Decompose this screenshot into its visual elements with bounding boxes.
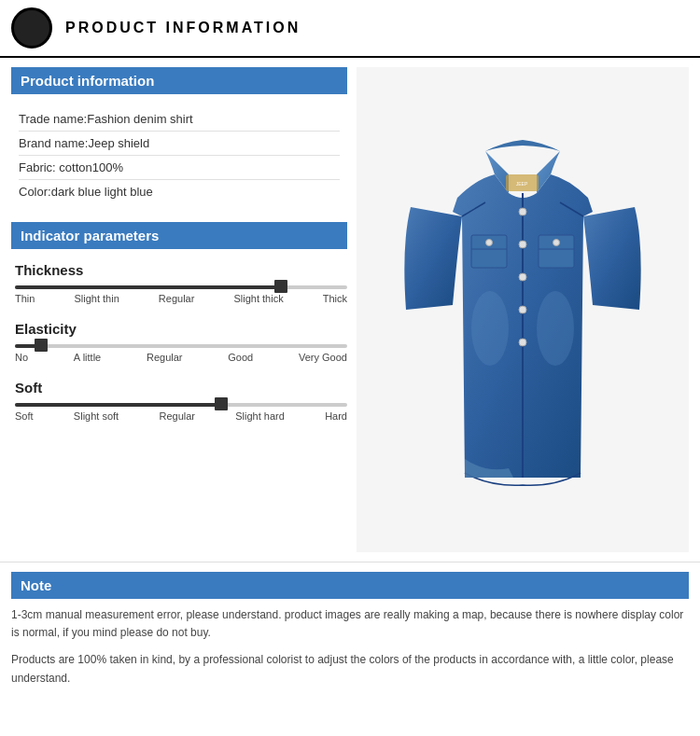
- svg-point-5: [519, 339, 526, 346]
- elasticity-label: Elasticity: [15, 321, 347, 337]
- color-value: dark blue light blue: [51, 185, 153, 199]
- trade-name-label: Trade name:: [19, 112, 87, 126]
- soft-label-1: Slight soft: [74, 410, 119, 422]
- note-text-2: Products are 100% taken in kind, by a pr…: [11, 651, 689, 687]
- color-label: Color:: [19, 185, 51, 199]
- thickness-label-0: Thin: [15, 293, 35, 304]
- header: PRODUCT INFORMATION: [0, 0, 700, 58]
- svg-text:JEEP: JEEP: [516, 181, 528, 187]
- soft-label-4: Hard: [325, 410, 347, 422]
- soft-fill: [15, 403, 221, 407]
- brand-name-label: Brand name:: [19, 136, 88, 150]
- elasticity-indicator: Elasticity No A little Regular Good Very…: [11, 321, 347, 363]
- thickness-thumb: [274, 280, 287, 293]
- soft-thumb: [215, 397, 228, 410]
- trade-name-row: Trade name:Fashion denim shirt: [19, 107, 340, 132]
- thickness-label-4: Thick: [323, 293, 347, 304]
- product-info-section: Product information Trade name:Fashion d…: [11, 67, 347, 207]
- svg-point-4: [519, 306, 526, 313]
- thickness-label-1: Slight thin: [74, 293, 119, 304]
- thickness-label-2: Regular: [159, 293, 195, 304]
- elasticity-labels: No A little Regular Good Very Good: [15, 352, 347, 363]
- main-content: Product information Trade name:Fashion d…: [0, 58, 700, 562]
- elasticity-label-2: Regular: [147, 352, 183, 363]
- svg-point-3: [519, 273, 526, 281]
- fabric-value: cotton100%: [56, 160, 123, 174]
- product-info-table: Trade name:Fashion denim shirt Brand nam…: [11, 104, 347, 207]
- svg-point-13: [537, 291, 574, 366]
- product-image: JEEP: [401, 123, 644, 496]
- elasticity-track: [15, 344, 347, 348]
- indicator-section: Indicator parameters Thickness Thin Slig…: [11, 222, 347, 422]
- soft-track: [15, 403, 347, 407]
- thickness-indicator: Thickness Thin Slight thin Regular Sligh…: [11, 262, 347, 304]
- svg-point-2: [519, 241, 526, 248]
- soft-label-3: Slight hard: [235, 410, 285, 422]
- soft-label-0: Soft: [15, 410, 34, 422]
- color-row: Color:dark blue light blue: [19, 180, 340, 203]
- thickness-track: [15, 285, 347, 289]
- svg-point-12: [471, 291, 509, 366]
- note-section: Note 1-3cm manual measurement error, ple…: [0, 562, 700, 706]
- header-title: PRODUCT INFORMATION: [65, 20, 301, 36]
- svg-point-1: [519, 208, 526, 215]
- thickness-label-3: Slight thick: [233, 293, 283, 304]
- trade-name-value: Fashion denim shirt: [87, 112, 192, 126]
- indicator-header: Indicator parameters: [11, 222, 347, 249]
- brand-name-row: Brand name:Jeep shield: [19, 132, 340, 156]
- soft-labels: Soft Slight soft Regular Slight hard Har…: [15, 410, 347, 422]
- header-circle-icon: [11, 7, 52, 49]
- svg-point-8: [486, 240, 493, 246]
- product-info-header: Product information: [11, 67, 347, 94]
- note-text-1: 1-3cm manual measurement error, please u…: [11, 606, 689, 642]
- brand-name-value: Jeep shield: [88, 136, 149, 150]
- soft-label: Soft: [15, 380, 347, 396]
- elasticity-label-0: No: [15, 352, 28, 363]
- left-column: Product information Trade name:Fashion d…: [11, 67, 347, 552]
- fabric-label: Fabric:: [19, 160, 56, 174]
- fabric-row: Fabric: cotton100%: [19, 156, 340, 180]
- thickness-labels: Thin Slight thin Regular Slight thick Th…: [15, 293, 347, 304]
- soft-indicator: Soft Soft Slight soft Regular Slight har…: [11, 380, 347, 422]
- note-header: Note: [11, 572, 689, 599]
- svg-point-11: [553, 240, 560, 246]
- elasticity-label-3: Good: [228, 352, 253, 363]
- elasticity-label-1: A little: [74, 352, 101, 363]
- product-image-area: JEEP: [357, 67, 689, 552]
- thickness-label: Thickness: [15, 262, 347, 278]
- thickness-fill: [15, 285, 281, 289]
- elasticity-thumb: [35, 339, 48, 352]
- soft-label-2: Regular: [159, 410, 195, 422]
- elasticity-label-4: Very Good: [299, 352, 347, 363]
